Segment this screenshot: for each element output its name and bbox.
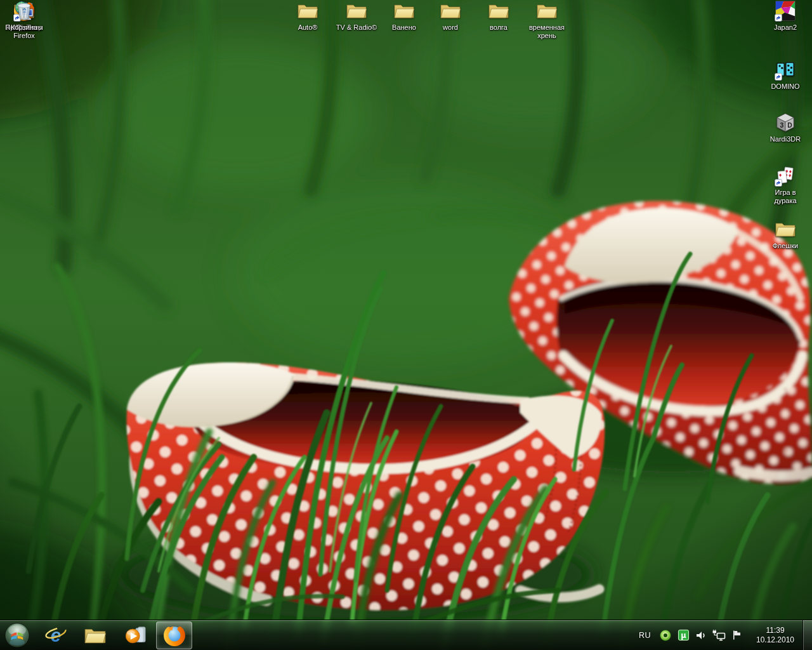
svg-text:D: D: [787, 122, 792, 129]
icon-label: Ванено: [392, 23, 416, 32]
folder-icon: [296, 0, 319, 22]
folder-icon: [439, 0, 462, 22]
desktop-icon-durak-cards[interactable]: Игра в дурака: [761, 165, 809, 205]
shortcut-arrow-icon: [775, 73, 782, 81]
domino-icon: [774, 59, 797, 81]
desktop-icon-domino[interactable]: DOMINO: [761, 59, 809, 91]
folder-icon: [774, 218, 797, 240]
antivirus-tray-icon[interactable]: [658, 628, 672, 642]
windows-explorer-button[interactable]: [82, 621, 108, 649]
shortcut-arrow-icon: [775, 179, 782, 187]
icon-label: Nardi3DR: [770, 135, 801, 143]
shortcut-arrow-icon: [775, 14, 782, 22]
media-player-button[interactable]: [122, 621, 147, 649]
utorrent-tray-icon[interactable]: µ: [676, 628, 690, 642]
desktop-icon-temp-stuff[interactable]: временная хрень: [521, 0, 573, 40]
system-tray: RU µ: [633, 620, 812, 650]
folder-icon: [393, 0, 416, 22]
svg-text:e: e: [51, 624, 61, 645]
desktop-icon-volga[interactable]: волга: [473, 0, 524, 32]
icon-label: Флешки: [773, 242, 798, 250]
desktop-icon-nardi3dr[interactable]: 3 D Nardi3DR: [761, 112, 809, 143]
desktop-icon-recycle-bin[interactable]: Корзина: [0, 0, 48, 32]
clock-date: 10.12.2010: [752, 635, 799, 645]
icon-label: TV & Radio©: [336, 23, 377, 32]
show-desktop-button[interactable]: [802, 620, 812, 650]
svg-text:µ: µ: [681, 631, 686, 640]
svg-text:3: 3: [780, 122, 784, 129]
wallpaper-shoes-in-grass: [0, 0, 812, 650]
icon-label: DOMINO: [771, 83, 799, 91]
start-button[interactable]: [1, 620, 33, 650]
desktop-icon-auto[interactable]: Auto®: [282, 0, 333, 32]
firefox-taskbar-button[interactable]: [156, 621, 192, 649]
internet-explorer-icon: e: [44, 623, 68, 647]
icon-label: word: [443, 23, 458, 32]
network-tray-icon[interactable]: [712, 628, 726, 642]
desktop-icon-japan2[interactable]: Japan2: [761, 0, 809, 32]
icon-label: волга: [490, 23, 508, 32]
desktop[interactable]: Компьютер Admin Игры Пр: [0, 0, 812, 650]
playing-cards-icon: [774, 165, 797, 187]
language-indicator[interactable]: RU: [633, 631, 657, 640]
folder-icon: [345, 0, 368, 22]
folder-icon: [535, 0, 558, 22]
desktop-icon-fleshki[interactable]: Флешки: [761, 218, 809, 250]
icon-label: временная хрень: [521, 23, 573, 40]
action-center-flag-icon[interactable]: [730, 628, 743, 642]
icon-label: Корзина: [11, 23, 37, 32]
folder-icon: [84, 625, 107, 646]
desktop-icon-word[interactable]: word: [425, 0, 476, 32]
icon-label: Игра в дурака: [766, 189, 805, 205]
mosaic-app-icon: [774, 0, 797, 22]
clock-time: 11:39: [752, 626, 799, 635]
cube-3d-icon: 3 D: [774, 112, 797, 133]
icon-label: Auto®: [298, 23, 318, 32]
windows-orb-icon: [3, 621, 31, 649]
folder-icon: [487, 0, 510, 22]
media-player-icon: [122, 623, 147, 647]
taskbar: e: [0, 620, 812, 650]
recycle-bin-icon: [13, 0, 36, 22]
internet-explorer-button[interactable]: e: [43, 621, 69, 649]
volume-tray-icon[interactable]: [694, 628, 708, 642]
desktop-icon-vaneno[interactable]: Ванено: [379, 0, 429, 32]
icon-label: Japan2: [774, 23, 797, 32]
desktop-icon-tv-radio[interactable]: TV & Radio©: [331, 0, 382, 32]
taskbar-clock[interactable]: 11:39 10.12.2010: [752, 626, 799, 645]
firefox-icon: [163, 624, 186, 647]
